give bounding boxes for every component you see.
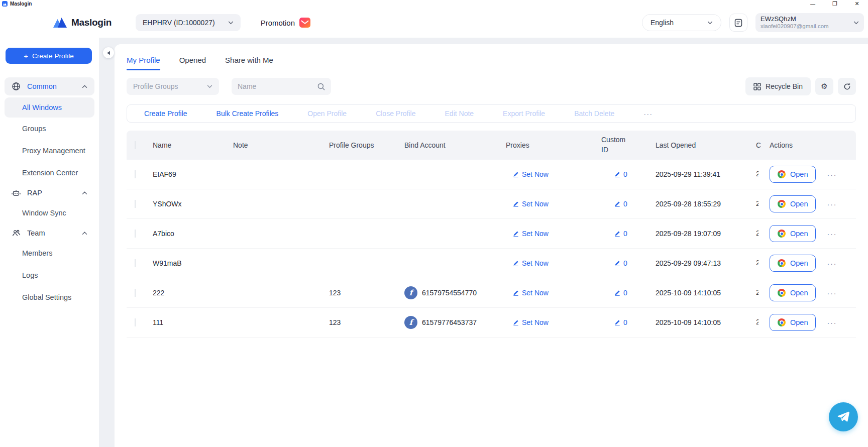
set-proxy-link[interactable]: Set Now <box>513 200 549 208</box>
sidebar-section-rap[interactable]: RAP <box>5 184 94 202</box>
custom-id-link[interactable]: 0 <box>614 230 627 238</box>
sidebar-item-logs[interactable]: Logs <box>5 264 94 286</box>
action-edit-note[interactable]: Edit Note <box>445 109 474 118</box>
profile-name-cell: W91maB <box>149 259 229 267</box>
more-actions-icon[interactable]: ··· <box>643 109 653 118</box>
row-checkbox[interactable] <box>135 259 136 267</box>
sidebar-item-groups[interactable]: Groups <box>5 118 94 140</box>
row-more-icon[interactable]: ··· <box>827 230 837 238</box>
promotion-link[interactable]: Promotion <box>261 18 310 28</box>
row-checkbox[interactable] <box>135 170 136 178</box>
sidebar-item-label: Members <box>22 249 52 257</box>
row-checkbox[interactable] <box>135 289 136 297</box>
document-button[interactable] <box>729 14 747 32</box>
telegram-button[interactable] <box>829 402 858 431</box>
row-checkbox[interactable] <box>135 230 136 238</box>
custom-id-cell: 0 <box>597 170 652 179</box>
tab-my-profile[interactable]: My Profile <box>127 49 160 70</box>
open-profile-button[interactable]: Open <box>770 284 816 301</box>
actions-cell: Open ··· <box>761 314 856 331</box>
main-area: My Profile Opened Share with Me Profile … <box>99 38 868 447</box>
open-profile-button[interactable]: Open <box>770 314 816 331</box>
sidebar-item-window-sync[interactable]: Window Sync <box>5 202 94 224</box>
row-checkbox[interactable] <box>135 318 136 326</box>
custom-id-cell: 0 <box>597 289 652 297</box>
sidebar-item-members[interactable]: Members <box>5 242 94 264</box>
sidebar-item-global-settings[interactable]: Global Settings <box>5 286 94 308</box>
app-header: Maslogin EHPHRV (ID:1000027) Promotion E… <box>0 8 868 38</box>
column-header-truncated: C <box>752 141 761 149</box>
column-header-proxies: Proxies <box>502 141 597 149</box>
language-dropdown[interactable]: English <box>642 14 721 31</box>
row-more-icon[interactable]: ··· <box>827 170 837 179</box>
name-search-input[interactable] <box>238 82 308 90</box>
custom-id-value: 0 <box>623 170 627 178</box>
row-checkbox[interactable] <box>135 200 136 208</box>
sidebar-collapse-button[interactable] <box>103 47 114 58</box>
user-account-dropdown[interactable]: EWzSQhzM xiaofei020907@gmail.com <box>755 13 864 32</box>
tab-share-with-me[interactable]: Share with Me <box>225 49 273 70</box>
action-batch-delete[interactable]: Batch Delete <box>574 109 614 118</box>
sidebar-item-label: Extension Center <box>22 169 78 177</box>
row-more-icon[interactable]: ··· <box>827 259 837 268</box>
action-close-profile[interactable]: Close Profile <box>376 109 415 118</box>
open-profile-button[interactable]: Open <box>770 225 816 242</box>
action-bulk-create-profiles[interactable]: Bulk Create Profiles <box>216 109 279 118</box>
create-profile-button[interactable]: + Create Profile <box>6 48 92 64</box>
row-more-icon[interactable]: ··· <box>827 318 837 327</box>
tab-opened[interactable]: Opened <box>179 49 206 70</box>
open-profile-button[interactable]: Open <box>770 195 816 212</box>
bind-account-cell: f 61579776453737 <box>400 316 502 329</box>
open-profile-button[interactable]: Open <box>770 166 816 183</box>
sidebar-section-team[interactable]: Team <box>5 224 94 242</box>
actions-cell: Open ··· <box>761 255 856 272</box>
table-row: 111 123 f 61579776453737 Set Now 0 <box>127 308 856 338</box>
sidebar-item-all-windows[interactable]: All Windows <box>5 97 94 118</box>
maximize-button[interactable]: ❐ <box>824 0 846 8</box>
custom-id-link[interactable]: 0 <box>614 259 627 267</box>
pencil-icon <box>513 201 519 207</box>
custom-id-link[interactable]: 0 <box>614 318 627 326</box>
maslogin-app: Maslogin — ❐ ✕ Maslogin EHPHRV (ID:10000… <box>0 0 868 447</box>
sidebar-section-common[interactable]: Common <box>5 77 94 95</box>
select-all-checkbox[interactable] <box>135 141 136 149</box>
profile-groups-select[interactable]: Profile Groups <box>127 78 219 95</box>
truncated-cell: 2 <box>752 170 761 179</box>
custom-id-link[interactable]: 0 <box>614 289 627 297</box>
open-label: Open <box>790 230 808 238</box>
search-icon[interactable] <box>317 83 325 90</box>
workspace-dropdown[interactable]: EHPHRV (ID:1000027) <box>136 14 241 31</box>
facebook-icon: f <box>404 286 417 299</box>
chevron-up-icon <box>82 191 87 195</box>
tab-label: Opened <box>179 56 206 64</box>
set-proxy-link[interactable]: Set Now <box>513 318 549 326</box>
refresh-button[interactable] <box>838 78 856 95</box>
custom-id-link[interactable]: 0 <box>614 170 627 178</box>
action-open-profile[interactable]: Open Profile <box>307 109 347 118</box>
row-more-icon[interactable]: ··· <box>827 200 837 208</box>
profile-group-cell: 123 <box>325 289 400 297</box>
chevron-down-icon <box>207 85 212 88</box>
custom-id-link[interactable]: 0 <box>614 200 627 208</box>
set-proxy-link[interactable]: Set Now <box>513 230 549 238</box>
set-proxy-link[interactable]: Set Now <box>513 259 549 267</box>
minimize-button[interactable]: — <box>802 0 824 8</box>
bind-account-id: 61579754554770 <box>422 289 477 297</box>
set-proxy-link[interactable]: Set Now <box>513 170 549 178</box>
settings-button[interactable]: ⚙ <box>815 78 833 95</box>
truncated-cell: 2 <box>752 199 761 209</box>
action-export-profile[interactable]: Export Profile <box>503 109 545 118</box>
set-proxy-link[interactable]: Set Now <box>513 289 549 297</box>
action-create-profile[interactable]: Create Profile <box>144 109 187 118</box>
titlebar: Maslogin — ❐ ✕ <box>0 0 868 8</box>
sidebar-item-proxy-management[interactable]: Proxy Management <box>5 140 94 162</box>
table-row: A7bico f Set Now 0 <box>127 219 856 249</box>
facebook-icon: f <box>404 316 417 329</box>
row-more-icon[interactable]: ··· <box>827 289 837 297</box>
open-profile-button[interactable]: Open <box>770 255 816 272</box>
chrome-icon <box>778 200 786 208</box>
sidebar-item-extension-center[interactable]: Extension Center <box>5 162 94 184</box>
close-button[interactable]: ✕ <box>846 0 868 8</box>
team-icon <box>12 229 21 238</box>
recycle-bin-button[interactable]: Recycle Bin <box>745 77 811 95</box>
